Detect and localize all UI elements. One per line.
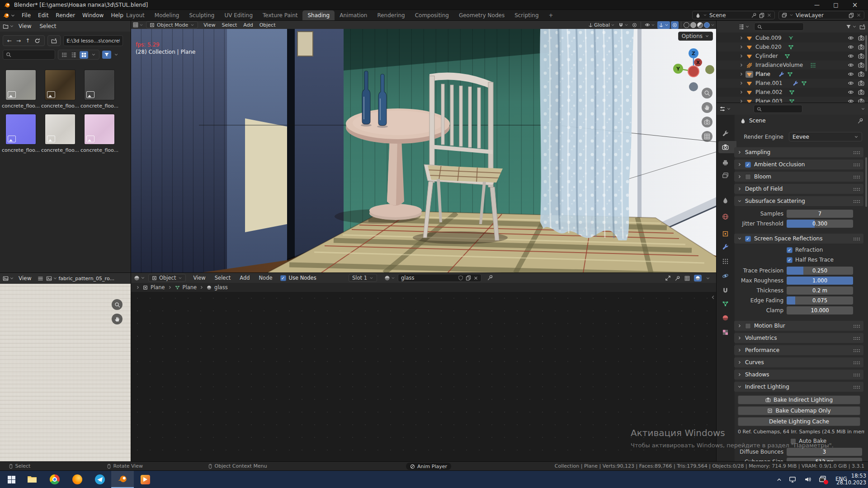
camera-visibility-icon[interactable] xyxy=(858,62,864,68)
drag-grip[interactable] xyxy=(853,188,860,191)
outliner-row[interactable]: Cylinder xyxy=(717,52,868,61)
drag-grip[interactable] xyxy=(853,385,860,389)
gizmo-axis-neg-z[interactable] xyxy=(689,82,698,91)
tab-scripting[interactable]: Scripting xyxy=(509,10,543,21)
outliner-row[interactable]: Plane.001 xyxy=(717,79,868,88)
panel-indirect-lighting[interactable]: Indirect Lighting xyxy=(734,382,863,392)
snap-toggle[interactable] xyxy=(617,21,630,29)
clock[interactable]: 18:53 28.10.2023 xyxy=(836,473,866,486)
anim-player-badge[interactable]: Anim Player xyxy=(406,463,451,470)
properties-editor-icon[interactable] xyxy=(719,106,726,112)
panel-ambient-occlusion[interactable]: Ambient Occlusion xyxy=(734,160,863,169)
ssr-checkbox[interactable] xyxy=(745,236,751,242)
use-nodes-checkbox[interactable] xyxy=(280,275,286,281)
viewport-menu-select[interactable]: Select xyxy=(219,22,240,28)
properties-scrollbar[interactable] xyxy=(865,157,867,207)
panel-volumetrics[interactable]: Volumetrics xyxy=(734,333,863,343)
taskbar-firefox[interactable] xyxy=(66,471,89,488)
new-folder-button[interactable] xyxy=(47,35,61,46)
drag-grip[interactable] xyxy=(853,163,860,166)
eye-icon[interactable] xyxy=(848,80,854,86)
pin-icon[interactable] xyxy=(675,276,680,281)
menu-file[interactable]: File xyxy=(18,12,34,19)
mode-dropdown[interactable]: Object Mode xyxy=(146,21,198,28)
disclosure-icon[interactable] xyxy=(739,54,744,58)
forward-button[interactable]: → xyxy=(16,38,21,44)
panel-bloom[interactable]: Bloom xyxy=(734,172,863,182)
blender-menu-button[interactable] xyxy=(0,12,18,19)
taskbar-blender-active[interactable] xyxy=(111,471,134,488)
tab-rendering[interactable]: Rendering xyxy=(372,10,410,21)
lace-curtain[interactable] xyxy=(540,29,634,240)
half-res-checkbox[interactable] xyxy=(787,257,793,263)
camera-visibility-icon[interactable] xyxy=(858,98,864,103)
snap-grid-icon[interactable] xyxy=(684,276,690,281)
camera-visibility-icon[interactable] xyxy=(858,71,864,77)
drag-grip[interactable] xyxy=(853,373,860,376)
disclosure-icon[interactable] xyxy=(739,72,744,76)
drag-grip[interactable] xyxy=(853,324,860,328)
outliner-row[interactable]: Plane.002 xyxy=(717,88,868,97)
breadcrumb-material[interactable]: glass xyxy=(214,284,228,291)
taskbar-chrome[interactable] xyxy=(43,471,66,488)
tab-object-icon[interactable] xyxy=(722,230,729,237)
panel-sampling[interactable]: Sampling xyxy=(734,147,863,157)
diffuse-bounces-field[interactable]: 3 xyxy=(787,448,862,456)
tab-scene-icon[interactable] xyxy=(722,197,729,204)
drag-grip[interactable] xyxy=(853,237,860,240)
panel-curves[interactable]: Curves xyxy=(734,357,863,367)
maximize-button[interactable]: □ xyxy=(826,2,845,8)
shader-menu-view[interactable]: View xyxy=(189,275,209,281)
bloom-checkbox[interactable] xyxy=(745,174,751,180)
disclosure-icon[interactable] xyxy=(739,63,744,67)
shader-editor-icon[interactable] xyxy=(134,275,140,281)
shading-material-button[interactable] xyxy=(697,22,703,28)
tab-layout[interactable]: Layout xyxy=(121,10,150,21)
panel-depth-of-field[interactable]: Depth of Field xyxy=(734,184,863,194)
texture-thumbnail[interactable] xyxy=(6,114,36,144)
menu-render[interactable]: Render xyxy=(52,12,79,19)
outliner-row[interactable]: Cube.020 xyxy=(717,42,868,52)
image-editor-icon[interactable] xyxy=(3,276,9,282)
tab-viewlayer-icon[interactable] xyxy=(722,172,729,179)
viewport-scene[interactable]: X Z Y xyxy=(131,29,717,273)
delete-lighting-cache-button[interactable]: Delete Lighting Cache xyxy=(738,417,860,426)
image-canvas[interactable] xyxy=(0,284,131,462)
detail-view-icon[interactable] xyxy=(71,52,76,58)
panel-performance[interactable]: Performance xyxy=(734,345,863,355)
drag-grip[interactable] xyxy=(853,200,860,203)
show-hide-dropdown[interactable] xyxy=(643,21,656,29)
tab-animation[interactable]: Animation xyxy=(335,10,372,21)
pan-tool-button[interactable] xyxy=(112,314,123,324)
pin-icon[interactable] xyxy=(487,275,493,281)
perspective-toggle-button[interactable] xyxy=(702,131,712,142)
gizmo-center[interactable] xyxy=(688,66,699,77)
taskbar-telegram[interactable] xyxy=(89,471,111,488)
drag-grip[interactable] xyxy=(853,175,860,178)
camera-visibility-icon[interactable] xyxy=(858,35,864,41)
menu-edit[interactable]: Edit xyxy=(34,12,52,19)
camera-view-button[interactable] xyxy=(702,117,712,127)
outliner-row[interactable]: Cube.009 xyxy=(717,33,868,42)
menu-window[interactable]: Window xyxy=(79,12,107,19)
start-button[interactable] xyxy=(0,471,23,488)
drag-grip[interactable] xyxy=(853,151,860,154)
outliner-scrollbar[interactable] xyxy=(865,35,867,71)
tab-render-icon[interactable] xyxy=(722,144,729,150)
funnel-icon[interactable] xyxy=(846,24,851,29)
image-editor-menu-view[interactable]: View xyxy=(15,275,35,282)
overlays-toggle[interactable] xyxy=(694,275,702,282)
pin-icon[interactable] xyxy=(751,13,757,18)
shading-solid-button[interactable] xyxy=(690,22,696,28)
clamp-field[interactable]: 10.000 xyxy=(787,306,853,314)
refresh-icon[interactable] xyxy=(34,38,40,44)
tab-particles-icon[interactable] xyxy=(722,258,729,265)
transform-orientation-dropdown[interactable]: Global xyxy=(587,21,616,29)
shading-wireframe-button[interactable] xyxy=(684,22,689,28)
close-icon[interactable] xyxy=(473,276,478,281)
material-icon[interactable] xyxy=(384,275,390,281)
tab-modeling[interactable]: Modeling xyxy=(150,10,184,21)
render-engine-dropdown[interactable]: Eevee xyxy=(789,132,862,141)
eye-icon[interactable] xyxy=(848,98,854,103)
shader-type-dropdown[interactable]: Object xyxy=(148,274,186,282)
